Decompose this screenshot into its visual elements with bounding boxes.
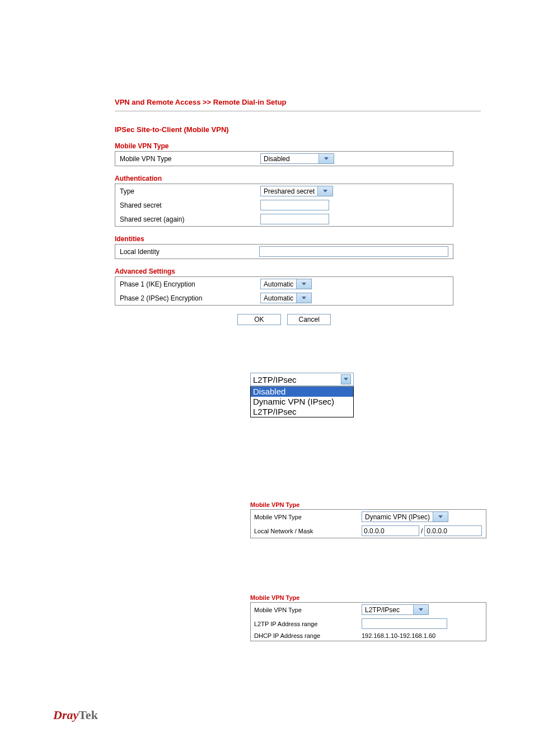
input-shared-secret[interactable] xyxy=(260,200,329,210)
row-mobile-vpn-type: Mobile VPN Type Disabled xyxy=(115,152,453,166)
label-phase1: Phase 1 (IKE) Encryption xyxy=(115,277,256,292)
label-shared-secret-again: Shared secret (again) xyxy=(115,212,256,227)
chevron-down-icon xyxy=(296,279,311,289)
dropdown-option-l2tp[interactable]: L2TP/IPsec xyxy=(251,407,353,417)
select-phase1[interactable]: Automatic xyxy=(260,279,312,289)
svg-marker-5 xyxy=(438,515,443,518)
fig3-label-l2tp-range: L2TP IP Address range xyxy=(251,617,359,631)
row-auth-type: Type Preshared secret xyxy=(115,184,453,199)
panel-authentication: Type Preshared secret Shared secret Shar… xyxy=(115,184,453,227)
row-shared-secret: Shared secret xyxy=(115,198,453,212)
dropdown-list: Disabled Dynamic VPN (IPsec) L2TP/IPsec xyxy=(250,386,354,417)
fig3-value-dhcp-range: 192.168.1.10-192.168.1.60 xyxy=(358,631,486,641)
dropdown-option-disabled[interactable]: Disabled xyxy=(251,387,353,397)
fig2-table: Mobile VPN Type Dynamic VPN (IPsec) Loca… xyxy=(250,509,486,538)
select-value: Disabled xyxy=(261,155,293,163)
fig3-input-l2tp-range[interactable] xyxy=(362,618,447,629)
button-row: OK Cancel xyxy=(115,314,453,325)
dropdown-option-dynamic[interactable]: Dynamic VPN (IPsec) xyxy=(251,397,353,407)
row-local-identity: Local Identity xyxy=(115,245,453,259)
select-value: Automatic xyxy=(261,280,296,288)
select-mobile-vpn-type[interactable]: Disabled xyxy=(260,153,334,164)
label-local-identity: Local Identity xyxy=(115,245,255,259)
label-mobile-vpn-type: Mobile VPN Type xyxy=(115,152,256,166)
fig2-wrap: Mobile VPN Type Mobile VPN Type Dynamic … xyxy=(250,501,486,538)
label-shared-secret: Shared secret xyxy=(115,198,256,212)
fig3-wrap: Mobile VPN Type Mobile VPN Type L2TP/IPs… xyxy=(250,594,486,641)
fig2-row-mask: Local Network / Mask / xyxy=(251,524,486,538)
chevron-down-icon xyxy=(318,154,334,163)
select-phase2[interactable]: Automatic xyxy=(260,293,312,303)
select-value: Dynamic VPN (IPsec) xyxy=(362,513,433,521)
select-value: Preshared secret xyxy=(261,187,317,195)
row-phase1: Phase 1 (IKE) Encryption Automatic xyxy=(115,277,453,292)
logo-part1: Dray xyxy=(53,708,78,722)
divider xyxy=(115,111,481,111)
svg-marker-0 xyxy=(324,157,329,160)
fig2-row-type: Mobile VPN Type Dynamic VPN (IPsec) xyxy=(251,510,486,524)
section-title: IPSec Site-to-Client (Mobile VPN) xyxy=(115,125,481,134)
input-local-identity[interactable] xyxy=(259,246,448,257)
chevron-down-icon xyxy=(433,512,448,522)
fig2-label-mask: Local Network / Mask xyxy=(251,524,359,538)
select-auth-type[interactable]: Preshared secret xyxy=(260,186,333,196)
fig2-mask-sep: / xyxy=(419,527,424,535)
dropdown-selected-value: L2TP/IPsec xyxy=(253,375,297,384)
brand-logo: DrayTek xyxy=(53,708,98,722)
fig3-row-dhcp-range: DHCP IP Address range 192.168.1.10-192.1… xyxy=(251,631,486,641)
logo-part2: Tek xyxy=(78,708,98,722)
panel-mobile-vpn-type: Mobile VPN Type Disabled xyxy=(115,151,453,166)
row-phase2: Phase 2 (IPSec) Encryption Automatic xyxy=(115,291,453,306)
label-auth-type: Type xyxy=(115,184,256,199)
panel-title-advanced: Advanced Settings xyxy=(115,267,481,275)
select-value: Automatic xyxy=(261,294,296,302)
panel-title-identities: Identities xyxy=(115,235,481,243)
fig2-label-type: Mobile VPN Type xyxy=(251,510,359,524)
fig3-row-type: Mobile VPN Type L2TP/IPsec xyxy=(251,603,486,617)
fig2-input-mask[interactable] xyxy=(424,525,482,536)
row-shared-secret-again: Shared secret (again) xyxy=(115,212,453,227)
chevron-down-icon xyxy=(413,605,428,614)
panel-identities: Local Identity xyxy=(115,244,453,259)
fig3-select-type[interactable]: L2TP/IPsec xyxy=(362,604,429,615)
select-value: L2TP/IPsec xyxy=(362,606,402,614)
svg-marker-1 xyxy=(323,190,327,192)
panel-advanced: Phase 1 (IKE) Encryption Automatic Phase… xyxy=(115,276,453,306)
dropdown-selected-box[interactable]: L2TP/IPsec xyxy=(250,373,354,386)
fig2-title: Mobile VPN Type xyxy=(250,501,486,508)
fig3-title: Mobile VPN Type xyxy=(250,594,486,601)
fig3-row-l2tp-range: L2TP IP Address range xyxy=(251,617,486,631)
ok-button[interactable]: OK xyxy=(237,314,281,325)
label-phase2: Phase 2 (IPSec) Encryption xyxy=(115,291,256,306)
panel-title-mobile-vpn-type: Mobile VPN Type xyxy=(115,142,481,150)
chevron-down-icon xyxy=(317,186,332,196)
chevron-down-icon xyxy=(341,374,351,384)
chevron-down-icon xyxy=(296,293,311,303)
fig2-input-network[interactable] xyxy=(362,525,419,536)
cancel-button[interactable]: Cancel xyxy=(287,314,331,325)
panel-title-authentication: Authentication xyxy=(115,175,481,182)
fig3-table: Mobile VPN Type L2TP/IPsec L2TP IP Addre… xyxy=(250,602,486,641)
fig3-label-type: Mobile VPN Type xyxy=(251,603,359,617)
input-shared-secret-again[interactable] xyxy=(260,214,329,224)
dropdown-expanded: L2TP/IPsec Disabled Dynamic VPN (IPsec) … xyxy=(250,373,354,417)
svg-marker-3 xyxy=(302,297,306,299)
breadcrumb: VPN and Remote Access >> Remote Dial-in … xyxy=(115,98,481,106)
fig2-select-type[interactable]: Dynamic VPN (IPsec) xyxy=(362,511,448,522)
svg-marker-4 xyxy=(344,378,348,381)
fig3-label-dhcp-range: DHCP IP Address range xyxy=(251,631,359,641)
svg-marker-6 xyxy=(419,608,423,611)
svg-marker-2 xyxy=(302,283,306,285)
